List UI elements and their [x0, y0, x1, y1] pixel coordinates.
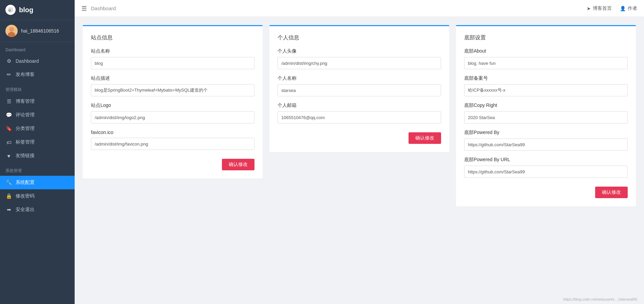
footer-settings-footer: 确认修改 [464, 184, 628, 198]
personal-info-title: 个人信息 [278, 34, 441, 41]
avatar [5, 25, 18, 37]
sidebar-item-publish-blog[interactable]: ✏ 发布博客 [0, 68, 75, 81]
bookmark-icon: 🔖 [5, 125, 12, 132]
blog-home-link[interactable]: ➤ 博客首页 [587, 5, 612, 12]
site-name-group: 站点名称 [91, 48, 254, 69]
footer-powered-url-group: 底部Powered By URL [464, 157, 628, 178]
sidebar-item-tag-label: 标签管理 [16, 139, 35, 145]
sidebar-item-dashboard-label: Dashboard [16, 58, 39, 64]
footer-note: https://blog.csdn.net/weiyuanhi... (star… [563, 297, 637, 301]
topbar-left: ☰ Dashboard [81, 5, 116, 12]
avatar-group: 个人头像 [278, 48, 441, 69]
sidebar-item-friend-links[interactable]: ♥ 友情链接 [0, 149, 75, 163]
person-name-input[interactable] [278, 84, 441, 96]
site-desc-label: 站点描述 [91, 75, 254, 81]
topbar-title: Dashboard [91, 5, 116, 11]
email-input[interactable] [278, 111, 441, 124]
sidebar-item-password-label: 修改密码 [16, 193, 35, 199]
footer-icp-input[interactable] [464, 84, 628, 96]
footer-powered-by-group: 底部Powered By [464, 130, 628, 151]
menu-toggle-icon[interactable]: ☰ [81, 5, 87, 12]
personal-info-footer: 确认修改 [278, 130, 441, 144]
favicon-label: favicon.ico [91, 130, 254, 135]
footer-about-input[interactable] [464, 57, 628, 69]
personal-info-confirm-button[interactable]: 确认修改 [409, 132, 441, 144]
email-label: 个人邮箱 [278, 102, 441, 109]
site-info-footer: 确认修改 [91, 156, 254, 170]
site-info-title: 站点信息 [91, 34, 254, 41]
sidebar-item-change-password[interactable]: 🔒 修改密码 [0, 189, 75, 203]
site-logo-group: 站点Logo [91, 102, 254, 124]
svg-text:B: B [9, 8, 11, 12]
dashboard-icon: ⚙ [5, 58, 12, 64]
send-icon: ➤ [587, 6, 591, 11]
sidebar-item-category-label: 分类管理 [16, 126, 35, 132]
footer-settings-title: 底部设置 [464, 34, 628, 41]
sidebar-item-category-management[interactable]: 🔖 分类管理 [0, 122, 75, 135]
sidebar-item-comment-label: 评论管理 [16, 112, 35, 118]
footer-powered-by-label: 底部Powered By [464, 130, 628, 136]
author-link[interactable]: 👤 作者 [620, 5, 637, 12]
footer-powered-by-input[interactable] [464, 138, 628, 151]
sidebar-item-logout-label: 安全退出 [16, 207, 35, 213]
sidebar-item-tag-management[interactable]: 🏷 标签管理 [0, 135, 75, 149]
author-label: 作者 [628, 5, 637, 12]
edit-icon: ✏ [5, 71, 12, 78]
sidebar-logo: B blog [0, 0, 75, 20]
content-area: 站点信息 站点名称 站点描述 站点Logo favicon.ico 确认修改 [75, 17, 644, 304]
site-name-input[interactable] [91, 57, 254, 69]
footer-settings-confirm-button[interactable]: 确认修改 [595, 187, 628, 198]
footer-powered-url-input[interactable] [464, 166, 628, 178]
user-icon: 👤 [620, 6, 626, 11]
lock-icon: 🔒 [5, 193, 12, 200]
footer-copyright-input[interactable] [464, 111, 628, 124]
main-area: ☰ Dashboard ➤ 博客首页 👤 作者 站点信息 站点名称 站点描述 [75, 0, 644, 304]
username-label: hai_18846106516 [21, 28, 59, 34]
footer-copyright-group: 底部Copy Right [464, 102, 628, 124]
management-section-label: 管理模块 [0, 81, 75, 95]
site-name-label: 站点名称 [91, 48, 254, 54]
sidebar-item-publish-blog-label: 发布博客 [16, 72, 35, 78]
footer-copyright-label: 底部Copy Right [464, 102, 628, 109]
sidebar-item-blog-label: 博客管理 [16, 98, 35, 104]
sidebar-item-dashboard[interactable]: ⚙ Dashboard [0, 54, 75, 68]
person-name-group: 个人名称 [278, 75, 441, 96]
wrench-icon: 🔧 [5, 179, 12, 186]
site-logo-label: 站点Logo [91, 102, 254, 109]
sidebar-user: hai_18846106516 [0, 20, 75, 42]
sidebar-item-system-label: 系统配置 [16, 179, 35, 186]
footer-icp-label: 底部备案号 [464, 75, 628, 81]
footer-settings-card: 底部设置 底部About 底部备案号 底部Copy Right 底部Powere… [456, 25, 636, 206]
tag-icon: 🏷 [5, 139, 12, 146]
list-icon: ☰ [5, 98, 12, 105]
footer-about-group: 底部About [464, 48, 628, 69]
favicon-group: favicon.ico [91, 130, 254, 150]
footer-icp-group: 底部备案号 [464, 75, 628, 96]
site-desc-group: 站点描述 [91, 75, 254, 96]
site-info-confirm-button[interactable]: 确认修改 [222, 159, 254, 170]
site-info-card: 站点信息 站点名称 站点描述 站点Logo favicon.ico 确认修改 [83, 25, 263, 178]
blog-home-label: 博客首页 [593, 5, 612, 12]
personal-info-card: 个人信息 个人头像 个人名称 个人邮箱 确认修改 [269, 25, 449, 152]
sidebar-item-comment-management[interactable]: 💬 评论管理 [0, 108, 75, 122]
sidebar-item-friend-label: 友情链接 [16, 153, 35, 159]
sidebar-item-blog-management[interactable]: ☰ 博客管理 [0, 95, 75, 108]
topbar: ☰ Dashboard ➤ 博客首页 👤 作者 [75, 0, 644, 17]
sidebar-item-safe-logout[interactable]: ➡ 安全退出 [0, 203, 75, 216]
site-desc-input[interactable] [91, 84, 254, 96]
dashboard-section-label: Dashboard [0, 42, 75, 54]
svg-point-3 [9, 27, 14, 32]
comment-icon: 💬 [5, 112, 12, 118]
sidebar-item-system-config[interactable]: 🔧 系统配置 [0, 176, 75, 189]
avatar-input[interactable] [278, 57, 441, 69]
sidebar: B blog hai_18846106516 Dashboard ⚙ Dashb… [0, 0, 75, 304]
site-logo-input[interactable] [91, 111, 254, 124]
email-group: 个人邮箱 [278, 102, 441, 124]
heart-icon: ♥ [5, 152, 12, 159]
logout-icon: ➡ [5, 206, 12, 213]
favicon-input[interactable] [91, 138, 254, 150]
app-title: blog [19, 6, 33, 14]
logo-icon: B [5, 5, 16, 15]
avatar-label: 个人头像 [278, 48, 441, 54]
person-name-label: 个人名称 [278, 75, 441, 81]
